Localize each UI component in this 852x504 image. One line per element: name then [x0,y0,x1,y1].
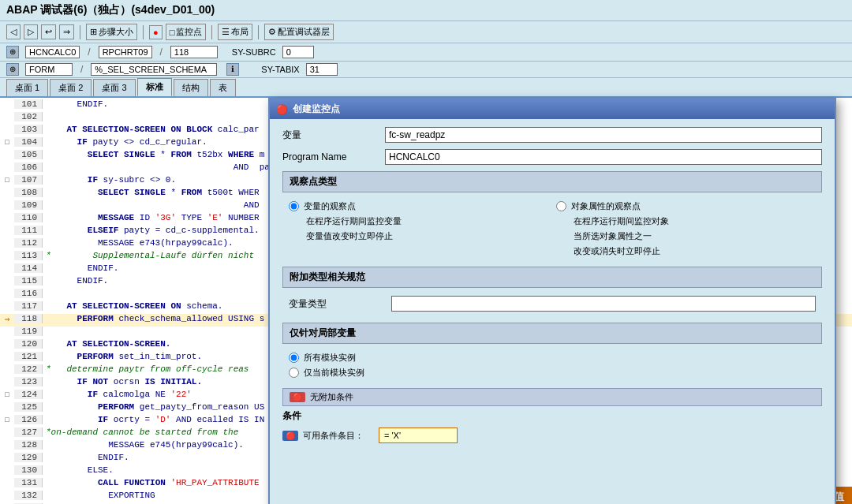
local-radio-group: 所有模块实例 仅当前模块实例 [282,347,822,383]
dialog-title-icon: 🔴 [276,104,288,115]
linenum-129: 129 [14,453,43,462]
toolbar-sep-2 [143,25,144,39]
code-content-108: SELECT SINGLE * FROM t500t WHER [43,188,260,197]
layout-button[interactable]: ☰ 布局 [218,24,252,40]
layout-icon: ☰ [222,27,230,37]
form-label: FORM [25,63,73,76]
code-content-117: AT SELECTION-SCREEN ON schema. [43,301,222,311]
no-condition-bar: 🔴 无附加条件 [282,388,822,406]
toolbar-sep-4 [258,25,259,39]
toolbar-btn-2[interactable]: ▷ [24,24,38,39]
monitor-label: 监控点 [176,26,202,38]
tabix-value: 31 [306,63,338,76]
step-size-button[interactable]: ⊞ 步骤大小 [86,24,137,40]
linenum-108: 108 [14,188,43,197]
radio-all-instances-label: 所有模块实例 [304,352,356,364]
toolbar-sep-1 [80,25,80,39]
main-content: 101 ENDIF. 102 103 AT SELECTION-SCREEN O… [0,98,852,504]
radio-stop-on-change: 变量值改变时立即停止 [289,230,548,242]
tab-desktop-1[interactable]: 桌面 1 [6,79,48,96]
indicator-118: ⇒ [0,314,14,324]
code-content-120: AT SELECTION-SCREEN. [43,339,170,349]
code-content-118: PERFORM check_schema_allowed USING s [43,314,264,323]
config-button[interactable]: ⚙ 配置调试器层 [264,24,334,40]
linenum-117: 117 [14,301,43,311]
tab-structure-label: 结构 [182,83,200,92]
variable-field-row: 变量 [282,127,822,143]
linenum-113: 113 [14,251,43,260]
radio-current-instance[interactable]: 仅当前模块实例 [289,367,816,379]
linenum-115: 115 [14,276,43,286]
linenum-120: 120 [14,339,43,349]
code-content-115: ENDIF. [43,276,108,286]
linenum-123: 123 [14,377,43,386]
tab-table[interactable]: 表 [210,79,236,96]
dialog-title-bar: 🔴 创建监控点 [270,99,835,119]
form-value: %_SEL_SCREEN_SCHEMA [91,63,217,76]
dialog-content: 变量 Program Name 观察点类型 变量的观察点 对象属 [270,119,835,453]
code-content-122: * determine paytr from off-cycle reas [43,364,248,374]
program-field: HCNCALC0 [25,46,80,58]
radio-current-instance-input[interactable] [289,368,299,378]
local-section-label: 仅针对局部变量 [290,327,356,338]
toolbar-btn-3[interactable]: ↩ [41,24,56,39]
code-content-111: ELSEIF payty = cd_c-supplemental. [43,226,260,235]
tab-standard[interactable]: 标准 [137,78,172,96]
program-value: HCNCALC0 [25,46,80,58]
var-type-field-row: 变量类型 [282,291,822,316]
radio-all-instances-input[interactable] [289,353,299,363]
type-section-label: 附加类型相关规范 [290,271,365,282]
code-content-113: * Supplemental-Laufe dürfen nicht [43,251,254,260]
code-content-112: MESSAGE e743(hrpay99calc). [43,238,234,248]
window-title-bar: ABAP 调试器(6)（独占）(s4dev_D01_00) [0,0,852,21]
program-name-input[interactable] [385,149,822,165]
linenum-114: 114 [14,263,43,273]
monitor-icon: □ [170,28,175,37]
condition-type-icon: 🔴 [282,431,298,441]
linenum-124: 124 [14,390,43,399]
code-content-110: MESSAGE ID '3G' TYPE 'E' NUMBER [43,213,260,222]
radio-object-observation-input[interactable] [556,201,566,211]
condition-section-label: 条件 [282,409,822,423]
stop-icon: ● [153,28,159,37]
code-content-129: ENDIF. [43,453,129,462]
toolbar-btn-1[interactable]: ◁ [6,24,21,39]
radio-all-instances[interactable]: 所有模块实例 [289,352,816,364]
code-content-101: ENDIF. [43,99,108,109]
var-type-input[interactable] [391,296,816,312]
code-content-132: EXPORTING [43,491,155,500]
code-content-125: PERFORM get_payty_from_reason US [43,402,264,412]
stop-button[interactable]: ● [149,25,163,39]
radio-obj-attr-label: 当所选对象属性之一 [574,230,652,242]
toolbar: ◁ ▷ ↩ ⇒ ⊞ 步骤大小 ● □ 监控点 ☰ 布局 ⚙ 配置调试器层 [0,21,852,43]
tab-desktop-3[interactable]: 桌面 3 [93,79,135,96]
radio-obj-attr: 当所选对象属性之一 [556,230,816,242]
line-field: 118 [170,46,218,58]
create-monitor-dialog: 🔴 创建监控点 变量 Program Name 观察点类型 变 [268,98,836,504]
info-bar-2: ⊕ FORM / %_SEL_SCREEN_SCHEMA ℹ SY-TABIX … [0,62,852,78]
code-content-105: SELECT SINGLE * FROM t52bx WHERE m [43,150,264,159]
linenum-125: 125 [14,402,43,412]
linenum-105: 105 [14,150,43,159]
monitor-button[interactable]: □ 监控点 [166,24,207,40]
radio-object-observation[interactable]: 对象属性的观察点 [556,200,816,212]
config-label: 配置调试器层 [278,26,330,38]
tab-desktop-2[interactable]: 桌面 2 [50,79,92,96]
linenum-132: 132 [14,491,43,500]
toolbar-btn-4[interactable]: ⇒ [59,24,74,39]
linenum-101: 101 [14,99,43,109]
linenum-130: 130 [14,465,43,475]
condition-value-input[interactable] [379,427,458,443]
linenum-127: 127 [14,427,43,437]
variable-input[interactable] [385,127,822,143]
radio-variable-observation[interactable]: 变量的观察点 [289,200,548,212]
linenum-107: 107 [14,175,43,185]
radio-variable-observation-input[interactable] [289,201,299,211]
code-content-127: *on-demand cannot be started from the [43,427,238,437]
code-content-114: ENDIF. [43,263,118,273]
tab-structure[interactable]: 结构 [174,79,208,96]
indicator-126: □ [0,415,14,424]
linenum-112: 112 [14,238,43,248]
sep-1: / [86,47,92,58]
condition-available-label: 可用条件条目： [303,430,374,442]
